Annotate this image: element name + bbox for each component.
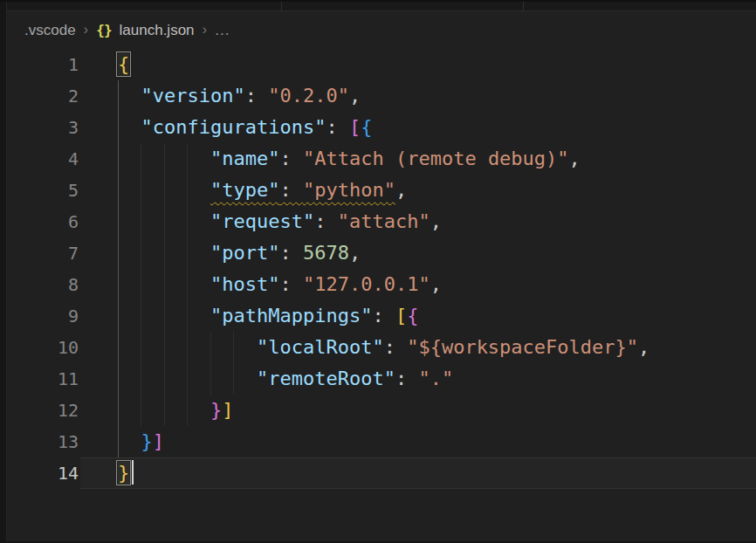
code-token: } [210, 399, 222, 421]
code-line[interactable]: 4 "name": "Attach (remote debug)", [7, 143, 756, 175]
code-token [118, 305, 210, 326]
code-line-content[interactable]: } [80, 457, 756, 489]
code-token: "request" [210, 210, 314, 232]
line-number[interactable]: 4 [7, 143, 80, 175]
code-token [118, 210, 210, 232]
code-line[interactable]: 12 }] [7, 395, 756, 426]
code-token: : [279, 148, 303, 169]
code-token [118, 242, 210, 264]
code-token: { [361, 116, 372, 138]
code-token: : [326, 116, 349, 138]
code-token [118, 85, 141, 107]
bracket-match: { [118, 53, 129, 75]
code-token: "${workspaceFolder}" [407, 336, 638, 358]
code-token: "." [418, 368, 453, 389]
code-token: "configurations" [141, 116, 326, 138]
code-line[interactable]: 14} [7, 457, 756, 489]
line-number[interactable]: 11 [7, 363, 80, 395]
code-line-content[interactable]: }] [80, 395, 756, 426]
code-token: { [407, 305, 418, 326]
code-token: , [638, 336, 649, 358]
code-token: , [395, 179, 407, 201]
code-token: 5678 [303, 242, 349, 264]
code-token [118, 273, 210, 295]
breadcrumb-file[interactable]: launch.json [120, 22, 195, 39]
line-number[interactable]: 12 [7, 395, 80, 426]
code-line-content[interactable]: "version": "0.2.0", [80, 80, 756, 112]
line-number[interactable]: 9 [7, 300, 80, 332]
code-line-content[interactable]: "port": 5678, [80, 237, 756, 269]
code-line-content[interactable]: { [80, 49, 756, 80]
code-line[interactable]: 3 "configurations": [{ [7, 112, 756, 143]
code-editor[interactable]: 1{2 "version": "0.2.0",3 "configurations… [7, 49, 756, 541]
code-token [118, 179, 210, 201]
tab-divider [523, 2, 524, 10]
code-token: : [395, 368, 419, 389]
line-number[interactable]: 1 [7, 49, 80, 80]
code-line-content[interactable]: "request": "attach", [80, 206, 756, 237]
code-line-content[interactable]: "pathMappings": [{ [80, 300, 756, 332]
code-token: "host" [210, 273, 279, 295]
code-token: : [314, 210, 338, 232]
line-number[interactable]: 3 [7, 112, 80, 143]
code-token [118, 116, 141, 138]
breadcrumb-symbol-ellipsis[interactable]: ... [215, 22, 230, 39]
code-token [118, 430, 141, 452]
tab-divider [281, 2, 282, 10]
code-token [118, 399, 210, 421]
text-cursor [132, 460, 134, 485]
code-token: "remoteRoot" [257, 368, 395, 389]
code-token: , [430, 210, 442, 232]
code-line-content[interactable]: "configurations": [{ [80, 112, 756, 143]
code-line-content[interactable]: "localRoot": "${workspaceFolder}", [80, 332, 756, 363]
editor-left-border [0, 0, 7, 543]
code-token: : [279, 273, 303, 295]
code-token [118, 368, 257, 389]
code-token: , [430, 273, 442, 295]
code-token: } [141, 430, 153, 452]
line-number[interactable]: 5 [7, 175, 80, 206]
code-line[interactable]: 10 "localRoot": "${workspaceFolder}", [7, 332, 756, 363]
code-token: [ [395, 305, 407, 326]
code-line[interactable]: 9 "pathMappings": [{ [7, 300, 756, 332]
code-token [118, 336, 257, 358]
code-line-content[interactable]: "name": "Attach (remote debug)", [80, 143, 756, 175]
code-line[interactable]: 2 "version": "0.2.0", [7, 80, 756, 112]
chevron-right-icon: › [84, 21, 89, 38]
code-line-content[interactable]: }] [80, 426, 756, 457]
code-token: : [372, 305, 395, 326]
code-token: "localRoot" [257, 336, 384, 358]
breadcrumb-folder[interactable]: .vscode [24, 22, 76, 39]
breadcrumb: .vscode › {} launch.json › ... [7, 11, 756, 49]
chevron-right-icon: › [203, 21, 208, 38]
code-token: , [349, 85, 361, 107]
code-line[interactable]: 6 "request": "attach", [7, 206, 756, 237]
code-line[interactable]: 5 "type": "python", [7, 175, 756, 206]
line-number[interactable]: 14 [7, 457, 80, 489]
code-token: "name" [210, 148, 279, 169]
code-line[interactable]: 1{ [7, 49, 756, 80]
code-line-content[interactable]: "remoteRoot": "." [80, 363, 756, 395]
line-number[interactable]: 7 [7, 237, 80, 269]
window-top-border [0, 0, 756, 2]
code-line[interactable]: 8 "host": "127.0.0.1", [7, 269, 756, 300]
code-token: ] [222, 399, 233, 421]
code-token: "version" [141, 85, 245, 107]
line-number[interactable]: 8 [7, 269, 80, 300]
code-token: "pathMappings" [210, 305, 372, 326]
line-number[interactable]: 13 [7, 426, 80, 457]
line-number[interactable]: 2 [7, 80, 80, 112]
code-line[interactable]: 13 }] [7, 426, 756, 457]
code-token: , [349, 242, 361, 264]
code-token: , [569, 148, 581, 169]
json-braces-icon: {} [96, 22, 111, 38]
line-number[interactable]: 10 [7, 332, 80, 363]
code-line-content[interactable]: "host": "127.0.0.1", [80, 269, 756, 300]
bracket-match: } [118, 462, 129, 484]
code-token: : [279, 242, 303, 264]
code-token: ] [153, 430, 164, 452]
line-number[interactable]: 6 [7, 206, 80, 237]
code-line[interactable]: 11 "remoteRoot": "." [7, 363, 756, 395]
code-line[interactable]: 7 "port": 5678, [7, 237, 756, 269]
code-line-content[interactable]: "type": "python", [80, 175, 756, 206]
